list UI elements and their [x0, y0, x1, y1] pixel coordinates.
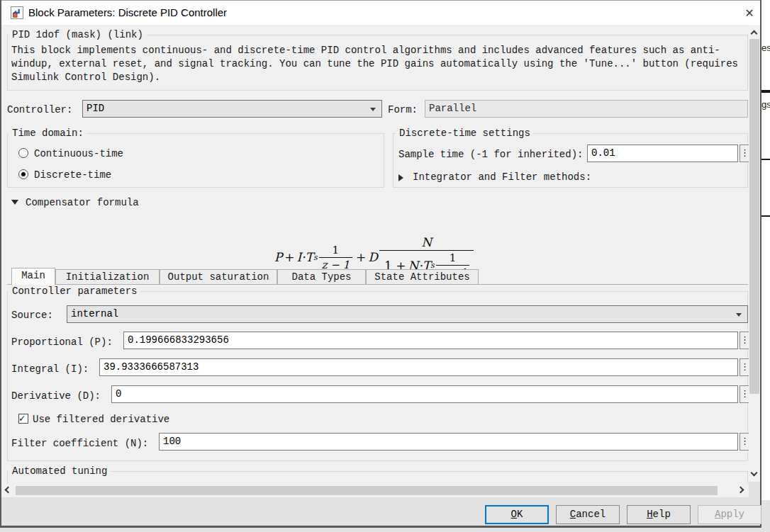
formula-fraction-1: 1 z − 1	[319, 244, 353, 271]
background-text-fragment: es	[761, 43, 770, 53]
derivative-menu-button[interactable]: ⋮	[740, 385, 749, 403]
radio-continuous-time[interactable]	[18, 148, 28, 158]
help-button[interactable]: Help	[627, 505, 691, 524]
tab-state-attributes-label: State Attributes	[374, 271, 469, 283]
chevron-down-icon	[736, 313, 742, 317]
proportional-input[interactable]: 0.199666833293656	[123, 332, 738, 349]
formula-N: N	[418, 235, 435, 250]
tab-main[interactable]: Main	[11, 268, 55, 285]
mask-description: This block implements continuous- and di…	[11, 44, 746, 84]
scroll-right-button[interactable]	[736, 485, 747, 496]
chevron-left-icon	[5, 487, 12, 494]
simulink-block-icon	[11, 6, 23, 19]
form-label: Form:	[388, 104, 418, 115]
apply-button: Apply	[698, 505, 761, 524]
use-filtered-derivative-checkbox[interactable]	[18, 414, 28, 424]
tab-data-types[interactable]: Data Types	[277, 269, 366, 285]
formula-IT: I·T	[296, 250, 313, 264]
formula-D: D	[368, 250, 378, 264]
controller-parameters-legend: Controller parameters	[9, 285, 140, 297]
close-icon[interactable]: ✕	[740, 5, 759, 22]
formula-plus2: +	[354, 250, 368, 264]
scroll-up-button[interactable]	[749, 27, 760, 38]
radio-discrete-time[interactable]	[18, 169, 28, 179]
discrete-settings-legend: Discrete-time settings	[396, 128, 534, 139]
sample-time-menu-button[interactable]: ⋮	[740, 145, 749, 162]
controller-dropdown[interactable]: PID	[82, 100, 382, 118]
sample-time-input[interactable]: 0.01	[587, 145, 738, 162]
source-value: internal	[71, 308, 118, 319]
filter-coefficient-value: 100	[163, 436, 181, 447]
tab-state-attributes[interactable]: State Attributes	[366, 269, 479, 285]
scroll-left-button[interactable]	[1, 485, 13, 496]
form-value: Parallel	[429, 103, 476, 114]
derivative-input[interactable]: 0	[111, 385, 738, 403]
radio-discrete-time-label[interactable]: Discrete-time	[34, 169, 111, 181]
chevron-down-icon	[370, 108, 376, 111]
derivative-label: Derivative (D):	[11, 390, 101, 402]
proportional-value: 0.199666833293656	[128, 334, 229, 346]
scroll-down-button[interactable]	[749, 469, 760, 480]
automated-tuning-legend: Automated tuning	[9, 465, 111, 477]
tab-output-saturation-label: Output saturation	[168, 271, 269, 283]
background-line	[761, 215, 770, 217]
tab-data-types-label: Data Types	[291, 271, 351, 283]
filter-coefficient-input[interactable]: 100	[159, 433, 738, 451]
chevron-down-icon	[751, 470, 758, 477]
tab-baseline	[7, 284, 748, 285]
integral-value: 39.9333666587313	[104, 361, 199, 373]
expander-right-icon[interactable]	[398, 174, 403, 181]
tab-initialization[interactable]: Initialization	[55, 269, 160, 285]
formula-plus: +	[282, 250, 296, 264]
form-field: Parallel	[425, 100, 748, 118]
integral-input[interactable]: 39.9333666587313	[99, 358, 738, 376]
time-domain-legend: Time domain:	[9, 128, 87, 139]
tab-main-label: Main	[21, 270, 45, 281]
controller-label: Controller:	[7, 104, 72, 115]
filter-coefficient-menu-button[interactable]: ⋮	[740, 433, 749, 451]
proportional-label: Proportional (P):	[11, 336, 113, 348]
cancel-button[interactable]: Cancel	[556, 505, 620, 524]
integral-menu-button[interactable]: ⋮	[740, 358, 749, 376]
dialog-content-panel: PID 1dof (mask) (link) This block implem…	[1, 25, 749, 484]
chevron-right-icon	[737, 487, 744, 494]
tab-output-saturation[interactable]: Output saturation	[160, 269, 277, 285]
ok-button[interactable]: OK	[485, 505, 549, 524]
window-bottom-border	[0, 526, 761, 528]
chevron-up-icon	[751, 30, 758, 38]
window-title: Block Parameters: Discrete PID Controlle…	[28, 6, 227, 18]
radio-continuous-time-label[interactable]: Continuous-time	[34, 148, 123, 159]
formula-sub-s: s	[313, 253, 318, 262]
screen: { "window": { "title": "Block Parameters…	[0, 0, 770, 532]
derivative-value: 0	[116, 388, 121, 400]
source-label: Source:	[11, 310, 53, 321]
integrator-filter-expander[interactable]: Integrator and Filter methods:	[413, 171, 591, 183]
expander-down-icon[interactable]	[11, 200, 18, 205]
horizontal-scrollbar-thumb[interactable]	[16, 486, 718, 495]
sample-time-label: Sample time (-1 for inherited):	[398, 149, 583, 160]
source-dropdown[interactable]: internal	[67, 305, 748, 323]
background-line	[761, 159, 770, 160]
formula-one: 1	[330, 244, 342, 257]
tab-initialization-label: Initialization	[66, 271, 150, 283]
vertical-scrollbar-thumb[interactable]	[749, 39, 759, 394]
background-line	[761, 90, 770, 93]
sample-time-value: 0.01	[591, 147, 615, 159]
automated-tuning-groupbox	[7, 471, 748, 484]
controller-value: PID	[87, 103, 104, 114]
formula-one2: 1	[447, 251, 459, 265]
background-text-fragment: gs	[761, 99, 770, 110]
filter-coefficient-label: Filter coefficient (N):	[11, 438, 148, 449]
use-filtered-derivative-label[interactable]: Use filtered derivative	[33, 414, 169, 425]
integral-label: Integral (I):	[11, 363, 89, 375]
formula-P: P	[274, 250, 282, 264]
title-bar[interactable]: Block Parameters: Discrete PID Controlle…	[1, 1, 760, 25]
mask-legend: PID 1dof (mask) (link)	[9, 29, 147, 40]
proportional-menu-button[interactable]: ⋮	[740, 332, 749, 349]
background-window-sliver: es gs	[761, 0, 770, 500]
compensator-formula-label[interactable]: Compensator formula	[26, 197, 139, 208]
